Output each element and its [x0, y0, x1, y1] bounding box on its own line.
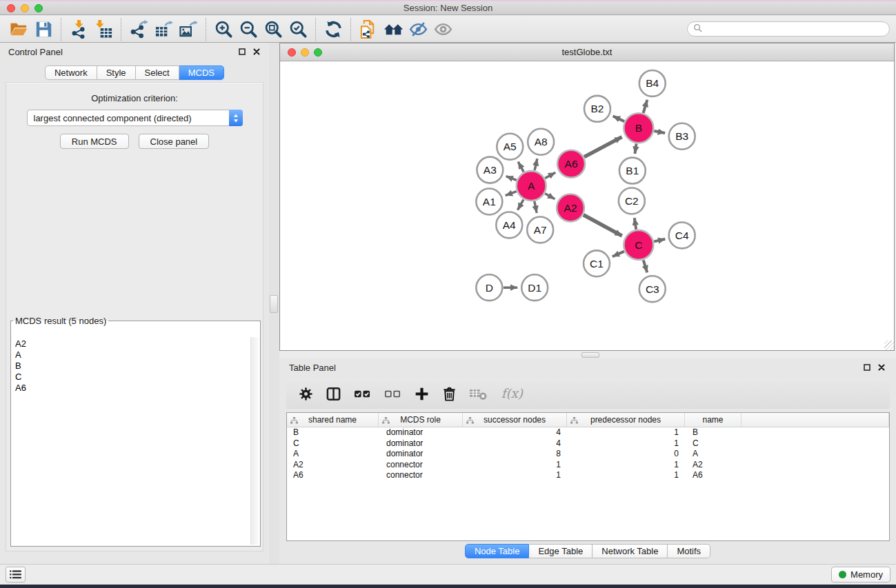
- table-cell[interactable]: A2: [685, 460, 741, 471]
- column-header-shared-name[interactable]: shared name: [287, 413, 379, 427]
- table-cell[interactable]: connector: [379, 470, 463, 481]
- table-row[interactable]: Bdominator41B: [287, 427, 889, 438]
- table-cell[interactable]: dominator: [379, 427, 463, 438]
- column-header-mcds-role[interactable]: MCDS role: [379, 413, 463, 427]
- tab-style[interactable]: Style: [97, 65, 136, 80]
- table-cell[interactable]: 4: [463, 438, 567, 449]
- graph-node-D[interactable]: D: [476, 274, 502, 301]
- table-row[interactable]: Cdominator41C: [287, 438, 889, 449]
- memory-button[interactable]: Memory: [831, 567, 890, 582]
- table-tab-edge-table[interactable]: Edge Table: [529, 544, 593, 558]
- graph-node-C4[interactable]: C4: [669, 222, 695, 248]
- close-window-button[interactable]: [7, 4, 15, 12]
- graph-node-A8[interactable]: A8: [528, 129, 554, 155]
- table-tab-motifs[interactable]: Motifs: [668, 544, 710, 558]
- import-network-icon[interactable]: [66, 18, 91, 40]
- export-image-icon[interactable]: [176, 18, 201, 40]
- network-canvas[interactable]: B4B2BB3A8A5A6A3B1AA1C2A2A4A7C4CC1C3DD1: [280, 61, 894, 350]
- close-panel-icon[interactable]: [252, 48, 261, 56]
- table-cell[interactable]: C: [287, 438, 379, 449]
- graph-edge-A-A3[interactable]: [506, 176, 517, 181]
- table-cell[interactable]: 8: [463, 449, 567, 460]
- delete-column-icon[interactable]: [441, 385, 457, 403]
- add-column-icon[interactable]: [414, 385, 430, 403]
- table-cell[interactable]: A: [685, 449, 741, 460]
- table-tab-network-table[interactable]: Network Table: [593, 544, 668, 558]
- table-cell[interactable]: B: [287, 427, 379, 438]
- graph-node-A4[interactable]: A4: [496, 212, 522, 238]
- network-minimize-button[interactable]: [301, 48, 309, 57]
- select-unchecked-pair-icon[interactable]: [384, 385, 402, 403]
- zoom-fit-icon[interactable]: [261, 18, 286, 40]
- criterion-dropdown[interactable]: largest connected component (directed): [27, 110, 243, 126]
- column-header-predecessor-nodes[interactable]: predecessor nodes: [567, 413, 685, 427]
- network-graph[interactable]: B4B2BB3A8A5A6A3B1AA1C2A2A4A7C4CC1C3DD1: [280, 61, 894, 350]
- table-cell[interactable]: 1: [567, 438, 685, 449]
- window-resize-grip[interactable]: [884, 341, 894, 350]
- table-cell[interactable]: A6: [287, 470, 379, 481]
- graph-node-A3[interactable]: A3: [477, 157, 503, 183]
- graph-edge-A-A6[interactable]: [545, 172, 555, 178]
- tab-mcds[interactable]: MCDS: [179, 65, 224, 80]
- graph-edge-C-C1[interactable]: [613, 252, 624, 257]
- graph-edge-A2-C[interactable]: [584, 215, 622, 236]
- table-row[interactable]: A2connector11A2: [287, 460, 889, 471]
- horizontal-splitter-handle[interactable]: [581, 352, 599, 358]
- select-checked-pair-icon[interactable]: [353, 385, 372, 403]
- table-cell[interactable]: dominator: [379, 449, 463, 460]
- graph-node-B1[interactable]: B1: [619, 158, 646, 184]
- graph-edge-C-C3[interactable]: [644, 260, 648, 272]
- graph-edge-A-A7[interactable]: [535, 201, 537, 213]
- table-row[interactable]: A6connector11A6: [287, 470, 889, 481]
- graph-node-B4[interactable]: B4: [639, 70, 666, 97]
- function-builder-icon[interactable]: f(x): [499, 385, 524, 403]
- import-table-icon[interactable]: [91, 18, 116, 40]
- tab-select[interactable]: Select: [136, 65, 179, 80]
- table-cell[interactable]: 4: [463, 427, 567, 438]
- graph-node-C2[interactable]: C2: [619, 188, 645, 214]
- graph-edge-B-B3[interactable]: [654, 131, 665, 133]
- graph-node-A1[interactable]: A1: [476, 189, 502, 215]
- first-neighbors-icon[interactable]: [381, 18, 406, 40]
- table-cell[interactable]: B: [685, 427, 741, 438]
- graph-edge-A-A1[interactable]: [506, 192, 517, 196]
- graph-node-B2[interactable]: B2: [584, 96, 610, 122]
- graph-edge-A6-B[interactable]: [584, 137, 622, 157]
- vertical-splitter-handle[interactable]: [270, 295, 278, 313]
- task-history-button[interactable]: [6, 567, 26, 582]
- network-from-selection-icon[interactable]: [356, 18, 381, 40]
- column-header-successor-nodes[interactable]: successor nodes: [463, 413, 567, 427]
- network-window-titlebar[interactable]: testGlobe.txt: [280, 43, 894, 61]
- table-cell[interactable]: 1: [567, 460, 685, 471]
- graph-node-C3[interactable]: C3: [639, 276, 666, 302]
- table-cell[interactable]: 1: [463, 470, 567, 481]
- float-panel-icon[interactable]: [238, 48, 246, 56]
- table-cell[interactable]: 0: [567, 449, 685, 460]
- graph-node-A2[interactable]: A2: [557, 194, 584, 222]
- graph-edge-A-A2[interactable]: [545, 194, 555, 199]
- delete-table-icon[interactable]: [469, 385, 488, 403]
- vertical-splitter[interactable]: [269, 43, 279, 564]
- table-row[interactable]: Adominator80A: [287, 449, 889, 460]
- graph-edge-C-C2[interactable]: [635, 218, 636, 230]
- refresh-icon[interactable]: [321, 18, 346, 40]
- settings-gear-icon[interactable]: [298, 385, 314, 403]
- tab-network[interactable]: Network: [45, 65, 97, 80]
- graph-edge-B-B1[interactable]: [635, 144, 636, 154]
- run-mcds-button[interactable]: Run MCDS: [60, 134, 129, 149]
- result-list-scrollbar[interactable]: [250, 337, 259, 545]
- table-tab-node-table[interactable]: Node Table: [465, 544, 530, 558]
- zoom-in-icon[interactable]: [211, 18, 236, 40]
- mcds-result-item[interactable]: A2: [15, 338, 250, 349]
- export-table-icon[interactable]: [151, 18, 176, 40]
- graph-node-A7[interactable]: A7: [527, 216, 553, 243]
- graph-node-C[interactable]: C: [624, 230, 653, 260]
- export-network-icon[interactable]: [126, 18, 151, 40]
- mcds-result-item[interactable]: B: [15, 361, 250, 372]
- graph-edge-A-A4[interactable]: [517, 200, 523, 210]
- split-columns-icon[interactable]: [326, 385, 341, 403]
- graph-node-A5[interactable]: A5: [497, 134, 523, 160]
- close-panel-button[interactable]: Close panel: [139, 134, 210, 149]
- zoom-out-icon[interactable]: [236, 18, 261, 40]
- network-zoom-button[interactable]: [314, 48, 322, 57]
